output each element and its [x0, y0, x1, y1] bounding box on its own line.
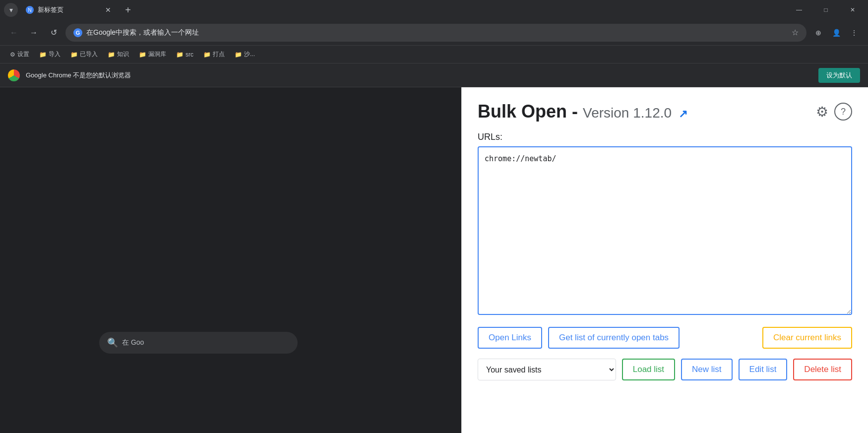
set-default-button[interactable]: 设为默认: [818, 68, 860, 83]
folder-icon-6: 📁: [203, 51, 211, 58]
nav-bar: ← → ↺ G 在Google中搜索，或者输入一个网址 ☆ ⊕ 👤 ⋮: [0, 20, 868, 46]
popup-header: Bulk Open - Version 1.12.0 ↗ ⚙ ?: [478, 101, 852, 122]
close-button[interactable]: ✕: [841, 0, 864, 20]
buttons-row-1: Open Links Get list of currently open ta…: [478, 327, 852, 349]
maximize-button[interactable]: □: [814, 0, 837, 20]
google-search-bar[interactable]: 🔍 在 Goo: [99, 332, 298, 354]
help-button[interactable]: ?: [834, 103, 852, 121]
title-bar: ▾ N 新标签页 ✕ + — □ ✕: [0, 0, 868, 20]
search-text: 在 Goo: [122, 338, 144, 347]
tab-favicon: N: [26, 6, 34, 14]
clear-links-button[interactable]: Clear current links: [762, 327, 852, 349]
edit-list-button[interactable]: Edit list: [739, 359, 788, 380]
folder-icon-1: 📁: [39, 51, 47, 58]
window-controls: — □ ✕: [788, 0, 864, 20]
active-tab[interactable]: N 新标签页 ✕: [20, 1, 119, 19]
bookmark-import[interactable]: 📁 导入: [35, 48, 64, 61]
bookmark-imported[interactable]: 📁 已导入: [66, 48, 102, 61]
menu-icon[interactable]: ⋮: [846, 25, 862, 41]
external-link-icon[interactable]: ↗: [679, 108, 687, 120]
tab-title: 新标签页: [38, 5, 63, 14]
folder-icon-4: 📁: [139, 51, 146, 58]
popup-version: Version 1.12.0: [583, 105, 672, 121]
saved-lists-select[interactable]: Your saved lists: [478, 359, 616, 380]
forward-button[interactable]: →: [26, 25, 42, 41]
bookmark-sand[interactable]: 📁 沙...: [231, 48, 259, 61]
bookmark-tap[interactable]: 📁 打点: [199, 48, 229, 61]
bookmarks-bar: ⚙ 设置 📁 导入 📁 已导入 📁 知识 📁 漏洞库 📁 src 📁 打点 📁: [0, 46, 868, 63]
chrome-logo: [8, 69, 20, 81]
settings-button[interactable]: ⚙: [816, 104, 828, 120]
browser-content: 🔍 在 Goo CSDN @fann@qiu Bulk Open - Versi…: [0, 87, 868, 433]
search-icon: 🔍: [107, 337, 118, 348]
main-content: 🔍 在 Goo CSDN @fann@qiu Bulk Open - Versi…: [0, 87, 868, 433]
bookmark-knowledge[interactable]: 📁 知识: [104, 48, 133, 61]
delete-list-button[interactable]: Delete list: [793, 359, 852, 380]
tab-dropdown[interactable]: ▾: [4, 3, 18, 17]
address-bar[interactable]: G 在Google中搜索，或者输入一个网址 ☆: [65, 24, 806, 42]
open-links-button[interactable]: Open Links: [478, 327, 542, 349]
bookmark-src[interactable]: 📁 src: [172, 49, 197, 60]
popup-title: Bulk Open - Version 1.12.0 ↗: [478, 101, 687, 122]
load-list-button[interactable]: Load list: [622, 359, 675, 380]
folder-icon-2: 📁: [70, 51, 78, 58]
folder-icon-5: 📁: [176, 51, 184, 58]
extension-popup: Bulk Open - Version 1.12.0 ↗ ⚙ ? URLs:: [461, 87, 868, 433]
new-tab-button[interactable]: +: [121, 3, 135, 17]
address-text: 在Google中搜索，或者输入一个网址: [86, 28, 788, 37]
minimize-button[interactable]: —: [788, 0, 810, 20]
urls-label: URLs:: [478, 132, 852, 142]
profile-icon[interactable]: 👤: [828, 25, 844, 41]
folder-icon-3: 📁: [108, 51, 115, 58]
bookmark-star-icon[interactable]: ☆: [792, 28, 799, 37]
urls-textarea[interactable]: chrome://newtab/: [478, 146, 852, 315]
new-list-button[interactable]: New list: [681, 359, 733, 380]
notification-bar: Google Chrome 不是您的默认浏览器 设为默认: [0, 63, 868, 87]
folder-icon-7: 📁: [235, 51, 242, 58]
back-button[interactable]: ←: [6, 25, 22, 41]
get-tabs-button[interactable]: Get list of currently open tabs: [548, 327, 680, 349]
extensions-icon[interactable]: ⊕: [810, 25, 826, 41]
tab-bar: ▾ N 新标签页 ✕ +: [4, 1, 135, 19]
bookmark-settings[interactable]: ⚙ 设置: [6, 48, 33, 61]
popup-icons: ⚙ ?: [816, 103, 852, 121]
chrome-frame: ▾ N 新标签页 ✕ + — □ ✕ ←: [0, 0, 868, 433]
buttons-row-2: Your saved lists Load list New list Edit…: [478, 359, 852, 380]
notification-text: Google Chrome 不是您的默认浏览器: [26, 71, 812, 80]
settings-bookmark-icon: ⚙: [10, 51, 15, 58]
tab-close-button[interactable]: ✕: [103, 5, 113, 15]
toolbar-icons: ⊕ 👤 ⋮: [810, 25, 862, 41]
reload-button[interactable]: ↺: [46, 25, 62, 41]
google-favicon: G: [73, 28, 82, 37]
bookmark-vuln[interactable]: 📁 漏洞库: [135, 48, 170, 61]
